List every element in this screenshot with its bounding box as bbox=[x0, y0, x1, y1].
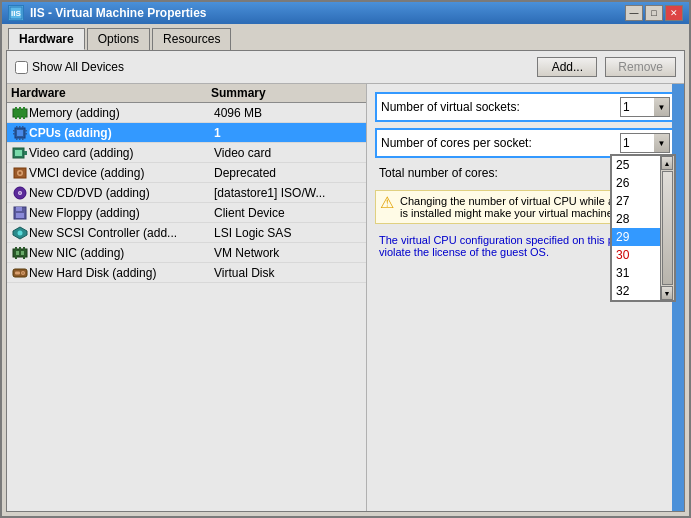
table-header: Hardware Summary bbox=[7, 84, 366, 103]
dropdown-item-highlighted[interactable]: 29 bbox=[612, 228, 660, 246]
hw-item-name: New SCSI Controller (add... bbox=[29, 226, 214, 240]
hw-item-summary: Client Device bbox=[214, 206, 362, 220]
minimize-button[interactable]: — bbox=[625, 5, 643, 21]
scsi-icon bbox=[11, 225, 29, 241]
svg-rect-13 bbox=[25, 130, 27, 132]
svg-point-34 bbox=[18, 230, 23, 235]
tab-options[interactable]: Options bbox=[87, 28, 150, 50]
table-row[interactable]: New SCSI Controller (add... LSI Logic SA… bbox=[7, 223, 366, 243]
main-window: IIS IIS - Virtual Machine Properties — □… bbox=[0, 0, 691, 518]
svg-rect-36 bbox=[15, 247, 17, 250]
app-icon: IIS bbox=[8, 5, 24, 21]
svg-rect-2 bbox=[13, 109, 27, 117]
dropdown-item[interactable]: 31 bbox=[612, 264, 660, 282]
svg-text:IIS: IIS bbox=[11, 9, 21, 18]
dropdown-wrapper: 25 26 27 28 29 30 31 32 ▲ ▼ bbox=[611, 155, 675, 301]
hw-item-summary: Deprecated bbox=[214, 166, 362, 180]
show-all-devices-label[interactable]: Show All Devices bbox=[15, 60, 124, 74]
title-bar-left: IIS IIS - Virtual Machine Properties bbox=[8, 5, 207, 21]
svg-rect-20 bbox=[22, 138, 24, 140]
svg-rect-7 bbox=[19, 116, 21, 119]
scrollbar-thumb[interactable] bbox=[662, 171, 673, 285]
svg-rect-3 bbox=[15, 107, 17, 110]
hw-item-name: New CD/DVD (adding) bbox=[29, 186, 214, 200]
col-hardware: Hardware bbox=[11, 86, 211, 100]
svg-rect-10 bbox=[17, 130, 23, 136]
svg-rect-31 bbox=[16, 207, 22, 211]
dropdown-items-list: 25 26 27 28 29 30 31 32 bbox=[612, 156, 660, 300]
close-button[interactable]: ✕ bbox=[665, 5, 683, 21]
tab-hardware[interactable]: Hardware bbox=[8, 28, 85, 50]
cores-per-socket-arrow[interactable]: ▼ bbox=[654, 133, 670, 153]
show-all-devices-checkbox[interactable] bbox=[15, 61, 28, 74]
toolbar: Show All Devices Add... Remove bbox=[7, 51, 684, 84]
svg-rect-46 bbox=[15, 271, 20, 274]
svg-rect-4 bbox=[19, 107, 21, 110]
hw-item-summary: VM Network bbox=[214, 246, 362, 260]
hw-item-name: New NIC (adding) bbox=[29, 246, 214, 260]
table-row[interactable]: New Hard Disk (adding) Virtual Disk bbox=[7, 263, 366, 283]
floppy-icon bbox=[11, 205, 29, 221]
svg-rect-40 bbox=[23, 256, 25, 259]
video-icon bbox=[11, 145, 29, 161]
add-button[interactable]: Add... bbox=[537, 57, 597, 77]
title-buttons: — □ ✕ bbox=[625, 5, 683, 21]
dropdown-item[interactable]: 26 bbox=[612, 174, 660, 192]
svg-rect-35 bbox=[13, 249, 27, 257]
remove-button[interactable]: Remove bbox=[605, 57, 676, 77]
memory-icon bbox=[11, 105, 29, 121]
window-title: IIS - Virtual Machine Properties bbox=[30, 6, 207, 20]
dropdown-item[interactable]: 28 bbox=[612, 210, 660, 228]
svg-rect-6 bbox=[15, 116, 17, 119]
svg-rect-8 bbox=[23, 116, 25, 119]
main-panels: Hardware Summary bbox=[7, 84, 684, 511]
hw-item-summary: [datastore1] ISO/W... bbox=[214, 186, 362, 200]
table-row[interactable]: Memory (adding) 4096 MB bbox=[7, 103, 366, 123]
svg-rect-19 bbox=[19, 138, 21, 140]
tab-resources[interactable]: Resources bbox=[152, 28, 231, 50]
cores-dropdown: 25 26 27 28 29 30 31 32 ▲ ▼ bbox=[610, 154, 676, 302]
hardware-table: Hardware Summary bbox=[7, 84, 366, 511]
virtual-sockets-arrow[interactable]: ▼ bbox=[654, 97, 670, 117]
table-row[interactable]: New Floppy (adding) Client Device bbox=[7, 203, 366, 223]
svg-rect-42 bbox=[21, 251, 24, 255]
hw-item-name: New Floppy (adding) bbox=[29, 206, 214, 220]
table-row[interactable]: VMCI device (adding) Deprecated bbox=[7, 163, 366, 183]
table-row[interactable]: New NIC (adding) VM Network bbox=[7, 243, 366, 263]
hw-item-name: CPUs (adding) bbox=[29, 126, 214, 140]
svg-rect-23 bbox=[15, 150, 22, 156]
hw-item-name: Video card (adding) bbox=[29, 146, 214, 160]
svg-rect-14 bbox=[25, 133, 27, 135]
dropdown-item[interactable]: 30 bbox=[612, 246, 660, 264]
svg-point-29 bbox=[19, 192, 21, 194]
dropdown-item[interactable]: 27 bbox=[612, 192, 660, 210]
svg-point-26 bbox=[19, 171, 22, 174]
config-panel: Number of virtual sockets: 1 ▼ Number of… bbox=[367, 84, 684, 511]
cpu-icon bbox=[11, 125, 29, 141]
title-bar: IIS IIS - Virtual Machine Properties — □… bbox=[2, 2, 689, 24]
hdd-icon bbox=[11, 265, 29, 281]
hw-item-summary: Virtual Disk bbox=[214, 266, 362, 280]
svg-rect-37 bbox=[19, 247, 21, 250]
table-row[interactable]: CPUs (adding) 1 bbox=[7, 123, 366, 143]
dropdown-item[interactable]: 32 bbox=[612, 282, 660, 300]
hw-item-name: Memory (adding) bbox=[29, 106, 214, 120]
warning-icon: ⚠ bbox=[380, 195, 394, 211]
hw-item-summary: 1 bbox=[214, 126, 362, 140]
svg-point-45 bbox=[22, 272, 24, 274]
nic-icon bbox=[11, 245, 29, 261]
scrollbar-up-button[interactable]: ▲ bbox=[661, 156, 673, 170]
svg-rect-39 bbox=[15, 256, 17, 259]
dropdown-item[interactable]: 25 bbox=[612, 156, 660, 174]
svg-rect-18 bbox=[16, 138, 18, 140]
hw-item-summary: Video card bbox=[214, 146, 362, 160]
dropdown-scrollbar: ▲ ▼ bbox=[660, 156, 674, 300]
svg-rect-5 bbox=[23, 107, 25, 110]
hw-item-name: New Hard Disk (adding) bbox=[29, 266, 214, 280]
maximize-button[interactable]: □ bbox=[645, 5, 663, 21]
col-summary: Summary bbox=[211, 86, 362, 100]
table-row[interactable]: New CD/DVD (adding) [datastore1] ISO/W..… bbox=[7, 183, 366, 203]
svg-rect-11 bbox=[13, 130, 15, 132]
scrollbar-down-button[interactable]: ▼ bbox=[661, 286, 673, 300]
table-row[interactable]: Video card (adding) Video card bbox=[7, 143, 366, 163]
